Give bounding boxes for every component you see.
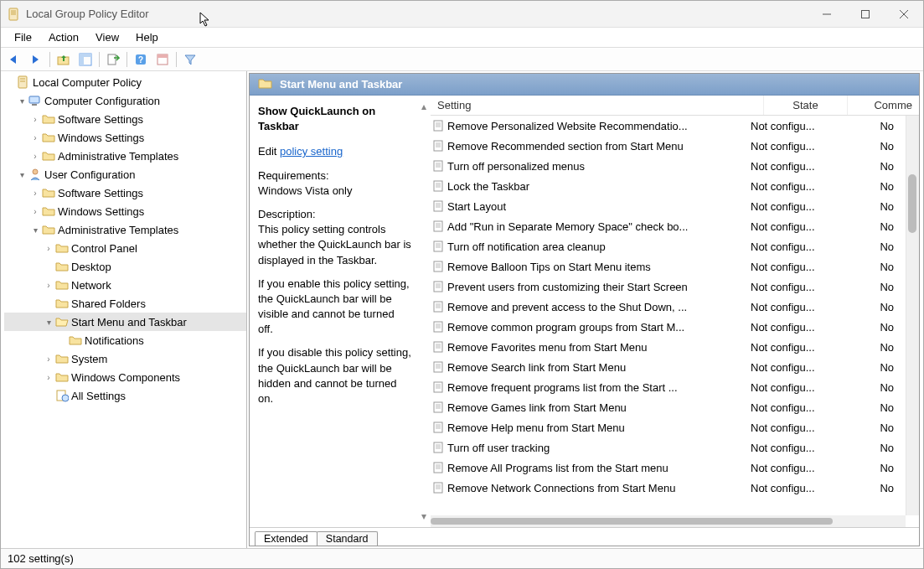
- tree-node[interactable]: Shared Folders: [4, 294, 246, 313]
- folder-icon: [54, 353, 70, 365]
- setting-state: Not configu...: [751, 160, 834, 173]
- setting-row[interactable]: Remove Games link from Start MenuNot con…: [431, 397, 906, 417]
- setting-row[interactable]: Remove Help menu from Start MenuNot conf…: [431, 417, 906, 437]
- tree-expander[interactable]: ›: [43, 354, 54, 364]
- edit-policy-link[interactable]: policy setting: [280, 145, 343, 158]
- tree-node[interactable]: ▾User Configuration: [4, 165, 246, 184]
- scrollbar-thumb[interactable]: [908, 174, 916, 233]
- up-icon[interactable]: [55, 51, 72, 68]
- tree-expander[interactable]: ▾: [43, 318, 54, 327]
- setting-row[interactable]: Remove Network Connections from Start Me…: [431, 478, 906, 498]
- tree-expander[interactable]: ›: [29, 133, 41, 142]
- close-button[interactable]: [885, 1, 923, 28]
- setting-name: Add "Run in Separate Memory Space" check…: [447, 220, 751, 233]
- tree-node[interactable]: ▾Administrative Templates: [4, 220, 246, 239]
- setting-row[interactable]: Start LayoutNot configu...No: [431, 196, 906, 216]
- description-scrollbar[interactable]: ▴▾: [417, 96, 431, 527]
- setting-row[interactable]: Remove Search link from Start MenuNot co…: [431, 357, 906, 377]
- setting-icon: [431, 140, 447, 152]
- tree-node[interactable]: Notifications: [4, 331, 246, 349]
- setting-row[interactable]: Remove Balloon Tips on Start Menu itemsN…: [431, 256, 906, 277]
- menu-view[interactable]: View: [87, 29, 127, 45]
- properties-icon[interactable]: [154, 51, 171, 68]
- setting-row[interactable]: Remove Personalized Website Recommendati…: [431, 116, 906, 136]
- menu-action[interactable]: Action: [40, 29, 87, 45]
- setting-state: Not configu...: [751, 220, 834, 233]
- export-list-icon[interactable]: [105, 51, 121, 68]
- folder-icon: [54, 261, 70, 272]
- scrollbar-thumb[interactable]: [431, 518, 833, 525]
- menubar: File Action View Help: [1, 28, 923, 48]
- tree-node[interactable]: ›Administrative Templates: [4, 147, 246, 165]
- settings-list-pane: Setting State Comme Remove Personalized …: [431, 96, 919, 527]
- setting-state: Not configu...: [751, 120, 834, 132]
- setting-row[interactable]: Remove and prevent access to the Shut Do…: [431, 297, 906, 317]
- setting-row[interactable]: Remove common program groups from Start …: [431, 317, 906, 337]
- minimize-button[interactable]: [808, 1, 846, 28]
- filter-icon[interactable]: [182, 51, 199, 68]
- computer-config-icon: [28, 95, 43, 106]
- tree-expander[interactable]: ›: [29, 152, 41, 161]
- menu-file[interactable]: File: [6, 29, 40, 45]
- tree-expander[interactable]: ▾: [29, 225, 41, 235]
- tree-expander[interactable]: ›: [43, 244, 54, 253]
- policy-icon: [16, 75, 31, 89]
- maximize-button[interactable]: [846, 1, 885, 28]
- svg-point-24: [62, 395, 69, 401]
- setting-row[interactable]: Lock the TaskbarNot configu...No: [431, 176, 906, 196]
- tree-pane[interactable]: Local Computer Policy▾Computer Configura…: [1, 71, 247, 548]
- svg-rect-25: [434, 121, 442, 131]
- tree-expander[interactable]: ›: [29, 189, 41, 198]
- tree-node[interactable]: ›Network: [4, 276, 246, 294]
- tree-node[interactable]: All Settings: [4, 386, 246, 405]
- svg-rect-16: [157, 54, 168, 58]
- settings-list[interactable]: Remove Personalized Website Recommendati…: [431, 116, 906, 515]
- tree-expander[interactable]: ›: [29, 115, 41, 124]
- tree-node[interactable]: ›Windows Settings: [4, 128, 246, 147]
- back-icon[interactable]: [6, 51, 23, 68]
- svg-rect-21: [32, 104, 37, 106]
- setting-row[interactable]: Remove Recommended section from Start Me…: [431, 136, 906, 156]
- setting-row[interactable]: Turn off user trackingNot configu...No: [431, 437, 906, 458]
- tree-expander[interactable]: ›: [29, 207, 41, 216]
- tab-standard[interactable]: Standard: [317, 531, 378, 546]
- show-hide-tree-icon[interactable]: [77, 51, 94, 68]
- tree-expander[interactable]: ›: [43, 373, 54, 382]
- list-vertical-scrollbar[interactable]: [906, 116, 919, 515]
- list-horizontal-scrollbar[interactable]: [431, 515, 906, 527]
- setting-name: Remove common program groups from Start …: [447, 321, 751, 334]
- column-comment[interactable]: Comme: [848, 96, 919, 115]
- tree-node[interactable]: Desktop: [4, 257, 246, 276]
- setting-row[interactable]: Remove All Programs list from the Start …: [431, 458, 906, 478]
- tree-node[interactable]: ›Software Settings: [4, 184, 246, 202]
- column-setting[interactable]: Setting: [431, 96, 764, 115]
- tree-node[interactable]: ›Windows Settings: [4, 202, 246, 220]
- setting-comment: No: [834, 401, 906, 414]
- setting-row[interactable]: Remove frequent programs list from the S…: [431, 377, 906, 397]
- setting-name: Turn off user tracking: [447, 442, 751, 454]
- forward-icon[interactable]: [28, 51, 44, 68]
- setting-row[interactable]: Remove Favorites menu from Start MenuNot…: [431, 337, 906, 357]
- tree-node[interactable]: ▾Start Menu and Taskbar: [4, 313, 246, 331]
- tree-node[interactable]: Local Computer Policy: [4, 73, 246, 91]
- help-icon[interactable]: ?: [132, 51, 149, 68]
- tree-node[interactable]: ›Control Panel: [4, 239, 246, 257]
- tab-extended[interactable]: Extended: [255, 531, 317, 546]
- tree-expander[interactable]: ▾: [16, 170, 28, 179]
- tree-node[interactable]: ›Windows Components: [4, 368, 246, 386]
- window-controls: [808, 1, 923, 28]
- setting-icon: [431, 301, 447, 313]
- tree-expander[interactable]: ›: [43, 281, 54, 290]
- setting-row[interactable]: Turn off notification area cleanupNot co…: [431, 236, 906, 256]
- tree-expander[interactable]: ▾: [16, 96, 28, 106]
- tree-node[interactable]: ›Software Settings: [4, 110, 246, 128]
- menu-help[interactable]: Help: [127, 29, 167, 45]
- tree-node[interactable]: ›System: [4, 349, 246, 368]
- setting-row[interactable]: Prevent users from customizing their Sta…: [431, 277, 906, 297]
- setting-row[interactable]: Add "Run in Separate Memory Space" check…: [431, 216, 906, 236]
- setting-row[interactable]: Turn off personalized menusNot configu..…: [431, 156, 906, 176]
- tree-node[interactable]: ▾Computer Configuration: [4, 91, 246, 110]
- column-state[interactable]: State: [764, 96, 848, 115]
- setting-icon: [431, 422, 447, 433]
- setting-state: Not configu...: [751, 281, 834, 293]
